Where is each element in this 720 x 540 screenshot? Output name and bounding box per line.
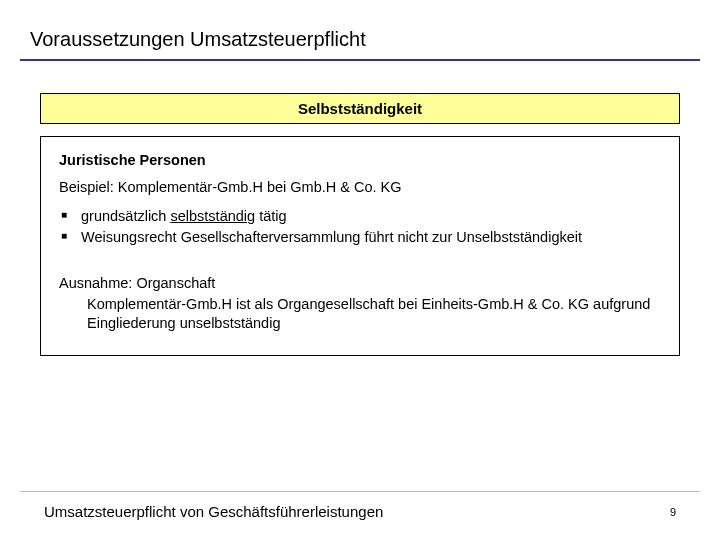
footer-divider bbox=[20, 491, 700, 492]
list-item: grundsätzlich selbstständig tätig bbox=[59, 207, 661, 226]
bullet-text: tätig bbox=[255, 208, 286, 224]
bullet-text: grundsätzlich bbox=[81, 208, 170, 224]
content-example: Beispiel: Komplementär-Gmb.H bei Gmb.H &… bbox=[59, 178, 661, 197]
list-item: Weisungsrecht Gesellschafterversammlung … bbox=[59, 228, 661, 247]
slide-title: Voraussetzungen Umsatzsteuerpflicht bbox=[0, 0, 720, 59]
bullet-underlined: selbstständig bbox=[170, 208, 255, 224]
highlight-box: Selbstständigkeit bbox=[40, 93, 680, 124]
footer-text: Umsatzsteuerpflicht von Geschäftsführerl… bbox=[44, 503, 383, 520]
content-subheading: Juristische Personen bbox=[59, 151, 661, 170]
title-divider bbox=[20, 59, 700, 61]
footer: Umsatzsteuerpflicht von Geschäftsführerl… bbox=[0, 503, 720, 520]
exception-text: Komplementär-Gmb.H ist als Organgesellsc… bbox=[59, 295, 661, 333]
content-box: Juristische Personen Beispiel: Komplemen… bbox=[40, 136, 680, 356]
page-number: 9 bbox=[670, 506, 676, 518]
bullet-list: grundsätzlich selbstständig tätig Weisun… bbox=[59, 207, 661, 247]
exception-label: Ausnahme: Organschaft bbox=[59, 274, 661, 293]
